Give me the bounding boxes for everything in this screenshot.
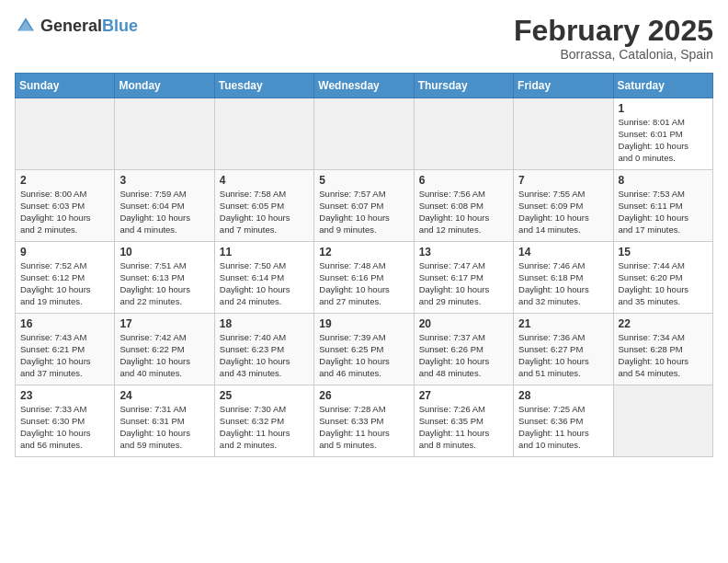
- calendar-cell: 17Sunrise: 7:42 AM Sunset: 6:22 PM Dayli…: [115, 314, 214, 385]
- calendar-cell: 13Sunrise: 7:47 AM Sunset: 6:17 PM Dayli…: [414, 242, 513, 314]
- calendar-cell: 12Sunrise: 7:48 AM Sunset: 6:16 PM Dayli…: [314, 242, 414, 314]
- week-row: 23Sunrise: 7:33 AM Sunset: 6:30 PM Dayli…: [16, 385, 713, 457]
- day-number: 3: [119, 174, 209, 187]
- day-info: Sunrise: 7:57 AM Sunset: 6:07 PM Dayligh…: [319, 189, 408, 236]
- month-title: February 2025: [514, 15, 713, 47]
- day-info: Sunrise: 7:50 AM Sunset: 6:14 PM Dayligh…: [220, 260, 309, 307]
- day-info: Sunrise: 7:47 AM Sunset: 6:17 PM Dayligh…: [419, 260, 508, 307]
- week-row: 16Sunrise: 7:43 AM Sunset: 6:21 PM Dayli…: [16, 314, 713, 385]
- logo-icon: [15, 15, 37, 37]
- calendar-cell: 9Sunrise: 7:52 AM Sunset: 6:12 PM Daylig…: [16, 242, 115, 314]
- calendar-cell: [613, 385, 712, 457]
- day-info: Sunrise: 7:39 AM Sunset: 6:25 PM Dayligh…: [319, 332, 408, 379]
- day-info: Sunrise: 7:25 AM Sunset: 6:36 PM Dayligh…: [518, 404, 608, 451]
- day-info: Sunrise: 7:26 AM Sunset: 6:35 PM Dayligh…: [419, 404, 508, 451]
- logo: GeneralBlue: [15, 15, 138, 37]
- calendar-cell: 24Sunrise: 7:31 AM Sunset: 6:31 PM Dayli…: [115, 385, 214, 457]
- calendar-cell: 15Sunrise: 7:44 AM Sunset: 6:20 PM Dayli…: [613, 242, 712, 314]
- calendar-cell: 1Sunrise: 8:01 AM Sunset: 6:01 PM Daylig…: [613, 98, 712, 170]
- calendar-cell: 7Sunrise: 7:55 AM Sunset: 6:09 PM Daylig…: [514, 170, 613, 242]
- day-number: 22: [619, 317, 708, 330]
- day-number: 5: [319, 174, 408, 187]
- day-info: Sunrise: 7:53 AM Sunset: 6:11 PM Dayligh…: [619, 189, 708, 236]
- calendar-cell: 6Sunrise: 7:56 AM Sunset: 6:08 PM Daylig…: [414, 170, 513, 242]
- calendar-cell: [414, 98, 513, 170]
- day-number: 1: [619, 102, 708, 115]
- logo-general: General: [40, 17, 102, 35]
- calendar-cell: 25Sunrise: 7:30 AM Sunset: 6:32 PM Dayli…: [214, 385, 313, 457]
- day-number: 11: [220, 246, 309, 259]
- day-number: 24: [119, 389, 209, 402]
- calendar-cell: 16Sunrise: 7:43 AM Sunset: 6:21 PM Dayli…: [16, 314, 115, 385]
- calendar-cell: 14Sunrise: 7:46 AM Sunset: 6:18 PM Dayli…: [514, 242, 613, 314]
- day-number: 9: [20, 246, 109, 259]
- calendar-cell: 3Sunrise: 7:59 AM Sunset: 6:04 PM Daylig…: [115, 170, 214, 242]
- day-number: 10: [119, 246, 209, 259]
- calendar-cell: [514, 98, 613, 170]
- day-number: 23: [20, 389, 109, 402]
- day-number: 2: [20, 174, 109, 187]
- header-row: SundayMondayTuesdayWednesdayThursdayFrid…: [16, 74, 713, 98]
- day-info: Sunrise: 7:43 AM Sunset: 6:21 PM Dayligh…: [20, 332, 109, 379]
- calendar-cell: 26Sunrise: 7:28 AM Sunset: 6:33 PM Dayli…: [314, 385, 414, 457]
- calendar-table: SundayMondayTuesdayWednesdayThursdayFrid…: [15, 73, 713, 457]
- calendar-cell: 21Sunrise: 7:36 AM Sunset: 6:27 PM Dayli…: [514, 314, 613, 385]
- day-info: Sunrise: 7:31 AM Sunset: 6:31 PM Dayligh…: [119, 404, 209, 451]
- calendar-page: GeneralBlue February 2025 Borrassa, Cata…: [0, 0, 728, 563]
- day-number: 25: [220, 389, 309, 402]
- calendar-cell: 10Sunrise: 7:51 AM Sunset: 6:13 PM Dayli…: [115, 242, 214, 314]
- day-info: Sunrise: 7:51 AM Sunset: 6:13 PM Dayligh…: [119, 260, 209, 307]
- calendar-cell: [16, 98, 115, 170]
- day-number: 4: [220, 174, 309, 187]
- day-number: 26: [319, 389, 408, 402]
- day-number: 27: [419, 389, 508, 402]
- calendar-cell: 2Sunrise: 8:00 AM Sunset: 6:03 PM Daylig…: [16, 170, 115, 242]
- calendar-cell: 19Sunrise: 7:39 AM Sunset: 6:25 PM Dayli…: [314, 314, 414, 385]
- week-row: 2Sunrise: 8:00 AM Sunset: 6:03 PM Daylig…: [16, 170, 713, 242]
- calendar-cell: 22Sunrise: 7:34 AM Sunset: 6:28 PM Dayli…: [613, 314, 712, 385]
- day-info: Sunrise: 7:58 AM Sunset: 6:05 PM Dayligh…: [220, 189, 309, 236]
- day-info: Sunrise: 7:33 AM Sunset: 6:30 PM Dayligh…: [20, 404, 109, 451]
- week-row: 9Sunrise: 7:52 AM Sunset: 6:12 PM Daylig…: [16, 242, 713, 314]
- day-info: Sunrise: 7:34 AM Sunset: 6:28 PM Dayligh…: [619, 332, 708, 379]
- day-info: Sunrise: 7:42 AM Sunset: 6:22 PM Dayligh…: [119, 332, 209, 379]
- day-number: 18: [220, 317, 309, 330]
- day-number: 21: [518, 317, 608, 330]
- calendar-cell: 11Sunrise: 7:50 AM Sunset: 6:14 PM Dayli…: [214, 242, 313, 314]
- calendar-cell: 23Sunrise: 7:33 AM Sunset: 6:30 PM Dayli…: [16, 385, 115, 457]
- logo-text: GeneralBlue: [40, 17, 138, 36]
- day-number: 12: [319, 246, 408, 259]
- calendar-cell: 20Sunrise: 7:37 AM Sunset: 6:26 PM Dayli…: [414, 314, 513, 385]
- day-number: 17: [119, 317, 209, 330]
- calendar-cell: [314, 98, 414, 170]
- week-row: 1Sunrise: 8:01 AM Sunset: 6:01 PM Daylig…: [16, 98, 713, 170]
- day-number: 8: [619, 174, 708, 187]
- day-info: Sunrise: 7:56 AM Sunset: 6:08 PM Dayligh…: [419, 189, 508, 236]
- calendar-cell: 18Sunrise: 7:40 AM Sunset: 6:23 PM Dayli…: [214, 314, 313, 385]
- calendar-cell: [115, 98, 214, 170]
- day-number: 14: [518, 246, 608, 259]
- calendar-cell: 28Sunrise: 7:25 AM Sunset: 6:36 PM Dayli…: [514, 385, 613, 457]
- day-info: Sunrise: 7:37 AM Sunset: 6:26 PM Dayligh…: [419, 332, 508, 379]
- day-number: 13: [419, 246, 508, 259]
- calendar-cell: 5Sunrise: 7:57 AM Sunset: 6:07 PM Daylig…: [314, 170, 414, 242]
- day-info: Sunrise: 7:30 AM Sunset: 6:32 PM Dayligh…: [220, 404, 309, 451]
- header: GeneralBlue February 2025 Borrassa, Cata…: [15, 15, 713, 62]
- day-info: Sunrise: 7:44 AM Sunset: 6:20 PM Dayligh…: [619, 260, 708, 307]
- weekday-header: Sunday: [16, 74, 115, 98]
- day-info: Sunrise: 8:01 AM Sunset: 6:01 PM Dayligh…: [619, 117, 708, 164]
- calendar-cell: 27Sunrise: 7:26 AM Sunset: 6:35 PM Dayli…: [414, 385, 513, 457]
- weekday-header: Thursday: [414, 74, 513, 98]
- logo-blue: Blue: [102, 17, 138, 35]
- calendar-cell: 4Sunrise: 7:58 AM Sunset: 6:05 PM Daylig…: [214, 170, 313, 242]
- day-number: 6: [419, 174, 508, 187]
- title-block: February 2025 Borrassa, Catalonia, Spain: [514, 15, 713, 62]
- day-info: Sunrise: 7:36 AM Sunset: 6:27 PM Dayligh…: [518, 332, 608, 379]
- weekday-header: Friday: [514, 74, 613, 98]
- location: Borrassa, Catalonia, Spain: [514, 47, 713, 62]
- day-number: 16: [20, 317, 109, 330]
- day-number: 20: [419, 317, 508, 330]
- day-info: Sunrise: 8:00 AM Sunset: 6:03 PM Dayligh…: [20, 189, 109, 236]
- day-info: Sunrise: 7:40 AM Sunset: 6:23 PM Dayligh…: [220, 332, 309, 379]
- day-number: 15: [619, 246, 708, 259]
